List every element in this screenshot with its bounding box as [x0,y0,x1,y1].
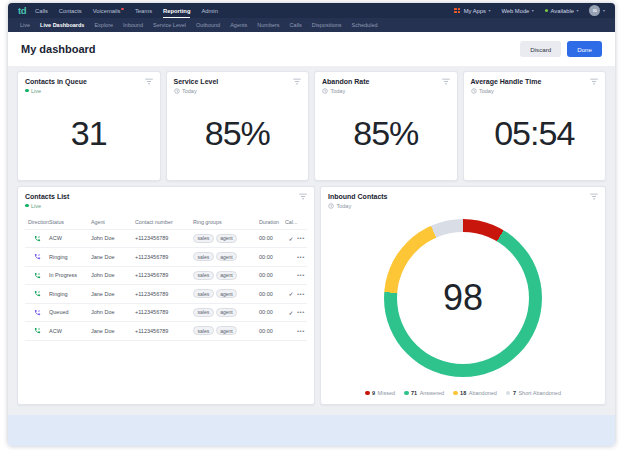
filter-icon[interactable] [299,193,307,200]
discard-button[interactable]: Discard [520,41,561,57]
cell-status: Ringing [49,254,91,260]
legend-item-answered[interactable]: 71Answered [404,390,444,396]
filter-icon[interactable] [590,78,598,85]
filter-icon[interactable] [442,78,450,85]
row-menu-button[interactable]: ••• [297,291,307,297]
filter-icon[interactable] [293,78,301,85]
cell-ring-groups: salesagent [193,271,259,280]
nav-item-calls[interactable]: Calls [35,8,48,14]
card-title: Average Handle Time [471,78,542,85]
subnav-item-live[interactable]: Live [20,22,30,28]
ring-group-chip: agent [216,308,238,317]
cell-duration: 00:00 [259,254,285,260]
phone-incoming-purple-icon [25,253,49,260]
cell-contact-number: +1123456789 [135,272,193,278]
nav-item-contacts[interactable]: Contacts [59,8,82,14]
donut-chart: 98 [384,219,542,377]
chevron-down-icon: ▾ [532,9,534,13]
filter-icon[interactable] [590,193,598,200]
legend-label: Missed [378,390,395,396]
ring-group-chip: sales [193,234,214,243]
my-apps-menu[interactable]: My Apps ▾ [454,8,490,14]
kpi-card-service-level: Service LevelToday85% [166,71,310,181]
cell-contact-number: +1123456789 [135,254,193,260]
nav-item-admin[interactable]: Admin [201,8,217,14]
card-header: Service LevelToday [174,78,302,94]
phone-incoming-green-icon [25,327,49,334]
nav-item-teams[interactable]: Teams [135,8,152,14]
subnav-item-live-dashboards[interactable]: Live Dashboards [40,22,84,28]
avatar: IG [589,5,600,16]
cell-agent: John Doe [91,235,135,241]
card-header: Contacts List Live [25,193,307,209]
legend-item-missed[interactable]: 9Missed [365,390,395,396]
card-title: Service Level [174,78,219,85]
table-row[interactable]: In ProgressJohn Doe+1123456789salesagent… [25,267,307,286]
app-window: td CallsContactsVoicemailsTeamsReporting… [8,3,615,446]
subnav-item-scheduled[interactable]: Scheduled [352,22,378,28]
nav-item-voicemails[interactable]: Voicemails [93,8,124,14]
scope-label: Live [31,203,41,209]
kpi-value: 85% [174,94,302,175]
table-row[interactable]: ACWJohn Doe+1123456789salesagent00:00✓••… [25,230,307,249]
nav-item-reporting[interactable]: Reporting [163,8,190,14]
chevron-down-icon: ▾ [488,9,490,13]
ring-group-chip: agent [216,252,238,261]
row-menu-button[interactable]: ••• [297,272,307,278]
table-row[interactable]: RingingJane Doe+1123456789salesagent00:0… [25,248,307,267]
phone-incoming-green-icon [25,235,49,242]
table-row[interactable]: QueuedJohn Doe+1123456789salesagent00:00… [25,304,307,323]
legend-dot-icon [404,391,409,396]
table-row[interactable]: ACWJane Doe+1123456789salesagent00:00••• [25,322,307,341]
subnav-item-service-level[interactable]: Service Level [153,22,186,28]
donut-total: 98 [443,277,483,319]
legend-dot-icon [365,391,370,396]
card-title: Inbound Contacts [328,193,388,200]
row-menu-button[interactable]: ••• [297,254,307,260]
legend-label: Abandoned [469,390,497,396]
legend-count: 9 [372,390,375,396]
web-mode-menu[interactable]: Web Mode ▾ [501,8,533,14]
subnav-item-explore[interactable]: Explore [94,22,113,28]
donut-hole: 98 [397,232,529,364]
ring-group-chip: agent [216,326,238,335]
user-menu[interactable]: IG ▾ [589,5,605,16]
ring-group-chip: agent [216,271,238,280]
column-header-cal: Cal... [285,219,297,225]
kpi-card-average-handle-time: Average Handle TimeToday05:54 [463,71,607,181]
legend-count: 18 [460,390,466,396]
talkdesk-logo[interactable]: td [18,5,26,16]
page-footer-band [8,415,615,446]
filter-icon[interactable] [145,78,153,85]
legend-item-short-abandoned[interactable]: 7Short Abandoned [506,390,561,396]
subnav-item-inbound[interactable]: Inbound [123,22,143,28]
page-title: My dashboard [21,43,96,55]
agent-status-menu[interactable]: Available ▾ [545,8,579,14]
subnav-item-dispositions[interactable]: Dispositions [312,22,342,28]
legend-dot-icon [453,391,458,396]
cell-agent: Jane Doe [91,254,135,260]
column-header-contact-number: Contact number [135,219,193,225]
bottom-row: Contacts List Live DirectionStatusAgentC… [17,186,606,405]
legend-dot-icon [506,391,511,396]
subnav-item-agents[interactable]: Agents [230,22,247,28]
row-menu-button[interactable]: ••• [297,309,307,315]
done-button[interactable]: Done [567,41,602,57]
card-header: Contacts in QueueLive [25,78,153,94]
dashboard-content: Contacts in QueueLive31Service LevelToda… [8,66,615,415]
table-header-row: DirectionStatusAgentContact numberRing g… [25,216,307,230]
card-header: Average Handle TimeToday [471,78,599,94]
row-menu-button[interactable]: ••• [297,235,307,241]
notification-dot-icon [121,8,124,11]
row-menu-button[interactable]: ••• [297,328,307,334]
chevron-down-icon: ▾ [576,9,578,13]
cell-contact-number: +1123456789 [135,309,193,315]
ring-group-chip: agent [216,289,238,298]
chevron-down-icon: ▾ [603,9,605,13]
subnav-item-calls[interactable]: Calls [290,22,302,28]
subnav-item-numbers[interactable]: Numbers [257,22,279,28]
legend-item-abandoned[interactable]: 18Abandoned [453,390,497,396]
table-row[interactable]: RingingJane Doe+1123456789salesagent00:0… [25,285,307,304]
subnav-item-outbound[interactable]: Outbound [196,22,220,28]
phone-incoming-purple-icon [25,309,49,316]
